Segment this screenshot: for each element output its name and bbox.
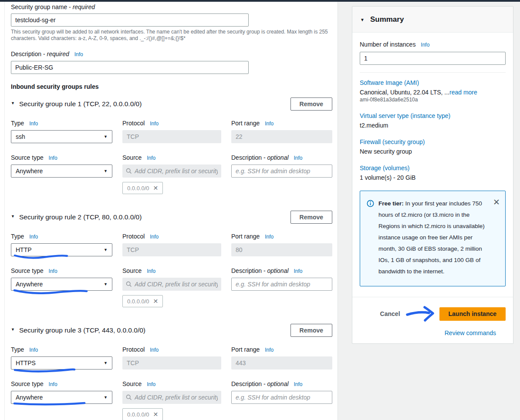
rule-2-protocol-field: TCP (122, 243, 221, 256)
free-tier-callout: Free tier: In your first year includes 7… (360, 191, 506, 286)
software-image-link[interactable]: Software Image (AMI) (360, 79, 506, 86)
summary-title: Summary (370, 15, 404, 24)
description-input[interactable] (11, 61, 249, 74)
port-range-info-link[interactable]: Info (265, 234, 274, 240)
rule-2-remove-button[interactable]: Remove (290, 211, 332, 224)
collapse-caret-icon[interactable]: ▼ (11, 101, 15, 105)
collapse-caret-icon[interactable]: ▼ (11, 214, 15, 218)
cancel-button[interactable]: Cancel (380, 310, 400, 317)
search-icon (126, 394, 132, 400)
ami-description: Canonical, Ubuntu, 22.04 LTS, ... (360, 89, 449, 96)
rule-1-source-type-select[interactable]: Anywhere ▼ (11, 165, 112, 178)
read-more-link[interactable]: read more (449, 89, 477, 96)
type-info-link[interactable]: Info (29, 234, 38, 240)
port-range-info-link[interactable]: Info (265, 121, 274, 127)
remove-cidr-icon[interactable]: ✕ (153, 298, 159, 305)
rule-2-source-input[interactable] (135, 281, 218, 288)
type-label: Type Info (11, 346, 112, 354)
source-type-label: Source type Info (11, 380, 112, 388)
rule-3-title[interactable]: ▼Security group rule 3 (TCP, 443, 0.0.0.… (11, 326, 145, 334)
rule-1-remove-button[interactable]: Remove (290, 97, 332, 111)
rule-2-title[interactable]: ▼Security group rule 2 (TCP, 80, 0.0.0.0… (11, 213, 142, 221)
rule-1-title-text: Security group rule 1 (TCP, 22, 0.0.0.0/… (19, 100, 142, 108)
chevron-down-icon: ▼ (104, 395, 108, 400)
rule-1-description-input[interactable] (231, 165, 332, 178)
description-label: Description - required Info (11, 50, 332, 58)
rule-2-source-type-select[interactable]: Anywhere ▼ (11, 278, 112, 291)
source-label-text: Source (122, 380, 142, 387)
inbound-rules-heading: Inbound security groups rules (11, 83, 332, 91)
summary-panel: ▼ Summary Number of instances Info Softw… (352, 6, 513, 344)
rule-2-port-field: 80 (231, 243, 332, 256)
collapse-caret-icon[interactable]: ▼ (11, 327, 15, 332)
source-type-info-link[interactable]: Info (49, 155, 57, 161)
rule-3-port-field: 443 (231, 356, 332, 370)
close-icon[interactable]: ✕ (493, 198, 500, 277)
security-group-name-label: Security group name - required (11, 3, 332, 11)
rule-3-source-input[interactable] (135, 394, 218, 401)
remove-cidr-icon[interactable]: ✕ (153, 185, 159, 192)
firewall-link[interactable]: Firewall (security group) (360, 138, 506, 145)
source-info-link[interactable]: Info (147, 155, 155, 161)
number-of-instances-input[interactable] (360, 52, 506, 65)
instance-type-link[interactable]: Virtual server type (instance type) (360, 112, 506, 119)
protocol-info-link[interactable]: Info (150, 234, 159, 240)
rule-2-cidr-chip[interactable]: 0.0.0.0/0 ✕ (122, 295, 163, 307)
summary-header[interactable]: ▼ Summary (352, 7, 513, 33)
chevron-down-icon: ▼ (104, 361, 108, 365)
source-info-link[interactable]: Info (147, 381, 155, 387)
description-info-link[interactable]: Info (74, 51, 83, 57)
rule-1-title[interactable]: ▼Security group rule 1 (TCP, 22, 0.0.0.0… (11, 100, 142, 108)
rule-description-label-text: Description - (231, 267, 266, 274)
protocol-info-link[interactable]: Info (150, 121, 159, 127)
rule-3-type-select[interactable]: HTTPS ▼ (11, 356, 112, 370)
rule-description-info-link[interactable]: Info (294, 381, 302, 387)
rule-3-description-input[interactable] (231, 391, 332, 404)
protocol-label: Protocol Info (122, 346, 221, 354)
review-commands-link[interactable]: Review commands (445, 329, 496, 336)
rule-description-label: Description - optional Info (231, 154, 332, 162)
free-tier-text: Free tier: In your first year includes 7… (378, 198, 489, 277)
rule-1-source-input[interactable] (135, 168, 218, 175)
type-label: Type Info (11, 232, 112, 241)
number-of-instances-info-link[interactable]: Info (421, 42, 429, 48)
source-type-info-link[interactable]: Info (49, 381, 57, 387)
type-info-link[interactable]: Info (29, 121, 38, 127)
port-range-info-link[interactable]: Info (265, 347, 274, 353)
rule-1-cidr-chip[interactable]: 0.0.0.0/0 ✕ (122, 182, 163, 194)
rule-description-label: Description - optional Info (231, 267, 332, 275)
rule-3-remove-button[interactable]: Remove (290, 324, 332, 337)
rule-2-source-search[interactable] (122, 278, 221, 291)
rule-3-source-search[interactable] (122, 391, 221, 404)
remove-cidr-icon[interactable]: ✕ (153, 411, 159, 418)
chevron-down-icon: ▼ (104, 282, 108, 286)
instance-type-value: t2.medium (360, 122, 506, 129)
security-group-rule-2: ▼Security group rule 2 (TCP, 80, 0.0.0.0… (11, 211, 332, 307)
rule-description-info-link[interactable]: Info (294, 268, 302, 274)
protocol-info-link[interactable]: Info (150, 347, 159, 353)
rule-1-source-search[interactable] (122, 165, 221, 178)
protocol-label-text: Protocol (122, 346, 145, 353)
port-range-label-text: Port range (231, 233, 260, 240)
collapse-caret-icon[interactable]: ▼ (360, 17, 365, 22)
chevron-down-icon: ▼ (104, 169, 108, 173)
type-label: Type Info (11, 119, 112, 128)
storage-link[interactable]: Storage (volumes) (360, 165, 506, 171)
source-type-info-link[interactable]: Info (49, 268, 57, 274)
rule-2-type-select[interactable]: HTTP ▼ (11, 243, 112, 256)
rule-3-source-type-select[interactable]: Anywhere ▼ (11, 391, 112, 404)
rule-1-type-select[interactable]: ssh ▼ (11, 130, 112, 143)
source-type-label-text: Source type (11, 267, 44, 274)
rule-description-info-link[interactable]: Info (294, 155, 302, 161)
protocol-label: Protocol Info (122, 119, 221, 128)
rule-3-cidr-chip[interactable]: 0.0.0.0/0 ✕ (122, 408, 163, 420)
source-info-link[interactable]: Info (147, 268, 155, 274)
source-label-text: Source (122, 267, 142, 274)
type-label-text: Type (11, 346, 24, 353)
rule-2-description-input[interactable] (231, 278, 332, 291)
type-info-link[interactable]: Info (29, 347, 38, 353)
security-group-name-input[interactable] (11, 13, 249, 27)
security-group-rule-1: ▼Security group rule 1 (TCP, 22, 0.0.0.0… (11, 97, 332, 194)
launch-instance-button[interactable]: Launch instance (439, 307, 506, 321)
free-tier-body: In your first year includes 750 hours of… (378, 200, 485, 275)
